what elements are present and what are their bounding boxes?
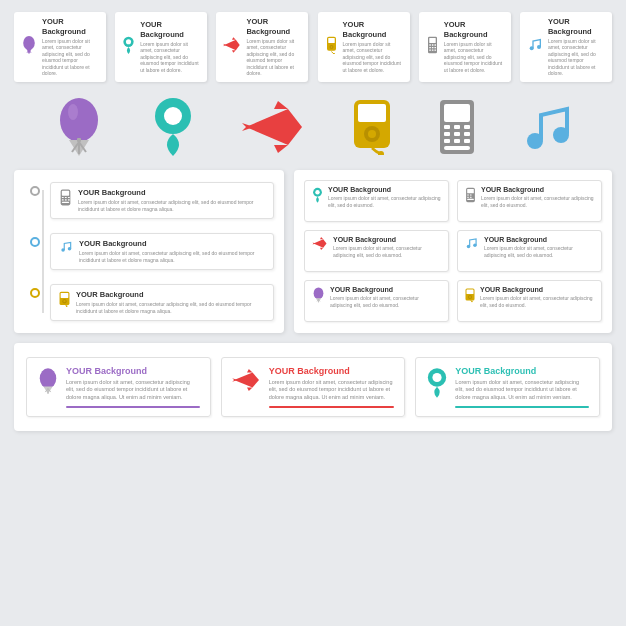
svg-point-89 bbox=[471, 301, 473, 303]
svg-rect-15 bbox=[432, 44, 434, 45]
svg-point-25 bbox=[60, 98, 98, 142]
plane-icon-grid bbox=[312, 237, 328, 253]
grid-card-1: YOUR Background Lorem ipsum dolor sit am… bbox=[304, 180, 449, 222]
timeline-item-3: YOUR Background Lorem ipsum dolor sit am… bbox=[30, 284, 274, 321]
svg-rect-77 bbox=[467, 198, 474, 199]
svg-rect-13 bbox=[429, 38, 435, 43]
top-card-5: YOUR Background Lorem ipsum dolor sit am… bbox=[419, 12, 511, 82]
top-card-1: YOUR Background Lorem ipsum dolor sit am… bbox=[14, 12, 106, 82]
svg-point-26 bbox=[68, 104, 78, 120]
phone-icon-timeline-1 bbox=[59, 189, 72, 209]
svg-rect-61 bbox=[62, 201, 69, 202]
svg-rect-14 bbox=[429, 44, 431, 45]
ipod-icon-timeline-1 bbox=[59, 291, 70, 310]
svg-rect-65 bbox=[61, 292, 69, 297]
svg-point-78 bbox=[467, 244, 471, 248]
svg-point-51 bbox=[527, 133, 543, 149]
timeline-box: YOUR Background Lorem ipsum dolor sit am… bbox=[14, 170, 284, 333]
ipod-icon-grid bbox=[465, 287, 475, 306]
grid-card-5: YOUR Background Lorem ipsum dolor sit am… bbox=[304, 280, 449, 322]
top-card-1-text: YOUR Background Lorem ipsum dolor sit am… bbox=[42, 17, 99, 77]
bottom-card-2-content: YOUR Background Lorem ipsum dolor sit am… bbox=[269, 366, 395, 408]
timeline-card-1-content: YOUR Background Lorem ipsum dolor sit am… bbox=[78, 188, 265, 213]
svg-rect-19 bbox=[434, 47, 436, 48]
plane-icon-small-1 bbox=[223, 37, 241, 57]
timeline-card-3-content: YOUR Background Lorem ipsum dolor sit am… bbox=[76, 290, 265, 315]
grid-card-5-content: YOUR Background Lorem ipsum dolor sit am… bbox=[330, 286, 441, 309]
svg-rect-8 bbox=[328, 38, 334, 43]
top-card-3: YOUR Background Lorem ipsum dolor sit am… bbox=[216, 12, 308, 82]
bottom-card-3-content: YOUR Background Lorem ipsum dolor sit am… bbox=[455, 366, 589, 408]
timeline-card-1: YOUR Background Lorem ipsum dolor sit am… bbox=[50, 182, 274, 219]
pin-icon-large bbox=[151, 98, 195, 156]
svg-point-80 bbox=[314, 288, 324, 300]
timeline-dot-3 bbox=[30, 288, 40, 298]
phone-icon-grid bbox=[465, 187, 476, 206]
grid-box: YOUR Background Lorem ipsum dolor sit am… bbox=[294, 170, 612, 333]
ipod-icon-large bbox=[353, 99, 391, 155]
timeline-card-2: YOUR Background Lorem ipsum dolor sit am… bbox=[50, 233, 274, 270]
phone-icon-large bbox=[438, 99, 476, 155]
svg-rect-72 bbox=[467, 188, 474, 192]
svg-rect-50 bbox=[444, 146, 470, 150]
svg-rect-86 bbox=[467, 290, 474, 295]
music-icon-timeline-1 bbox=[59, 240, 73, 257]
grid-card-2: YOUR Background Lorem ipsum dolor sit am… bbox=[457, 180, 602, 222]
timeline-dot-1 bbox=[30, 186, 40, 196]
top-card-2-text: YOUR Background Lorem ipsum dolor sit am… bbox=[140, 20, 200, 73]
balloon-icon-large bbox=[54, 98, 104, 156]
icons-row bbox=[0, 90, 626, 166]
svg-point-90 bbox=[40, 368, 57, 388]
svg-rect-59 bbox=[65, 199, 67, 200]
svg-rect-20 bbox=[429, 49, 431, 50]
pin-icon-grid bbox=[312, 187, 323, 206]
svg-point-38 bbox=[378, 151, 384, 155]
svg-rect-41 bbox=[444, 125, 450, 129]
svg-point-23 bbox=[530, 46, 534, 50]
top-card-4: YOUR Background Lorem ipsum dolor sit am… bbox=[318, 12, 410, 82]
svg-rect-74 bbox=[470, 194, 472, 195]
bottom-card-2: YOUR Background Lorem ipsum dolor sit am… bbox=[221, 357, 406, 417]
svg-rect-22 bbox=[434, 49, 436, 50]
top-card-3-text: YOUR Background Lorem ipsum dolor sit am… bbox=[246, 17, 301, 77]
svg-rect-42 bbox=[454, 125, 460, 129]
grid-card-1-content: YOUR Background Lorem ipsum dolor sit am… bbox=[328, 186, 441, 209]
music-icon-grid bbox=[465, 237, 479, 253]
svg-point-52 bbox=[553, 127, 569, 143]
svg-point-70 bbox=[315, 190, 319, 194]
grid-card-3-content: YOUR Background Lorem ipsum dolor sit am… bbox=[333, 236, 441, 259]
svg-point-0 bbox=[23, 36, 35, 50]
pin-icon-bottom bbox=[426, 368, 448, 403]
top-card-4-text: YOUR Background Lorem ipsum dolor sit am… bbox=[343, 20, 403, 73]
svg-rect-16 bbox=[434, 44, 436, 45]
plane-icon-large bbox=[242, 101, 306, 153]
svg-rect-58 bbox=[62, 199, 64, 200]
svg-point-88 bbox=[469, 296, 471, 298]
bottom-card-1-content: YOUR Background Lorem ipsum dolor sit am… bbox=[66, 366, 200, 408]
grid-card-2-content: YOUR Background Lorem ipsum dolor sit am… bbox=[481, 186, 594, 209]
timeline-item-1: YOUR Background Lorem ipsum dolor sit am… bbox=[30, 182, 274, 219]
svg-point-79 bbox=[473, 243, 477, 247]
svg-point-62 bbox=[61, 248, 65, 252]
bottom-section: YOUR Background Lorem ipsum dolor sit am… bbox=[14, 343, 612, 431]
balloon-icon-grid bbox=[312, 287, 325, 307]
timeline-dot-2 bbox=[30, 237, 40, 247]
svg-rect-43 bbox=[464, 125, 470, 129]
svg-rect-35 bbox=[358, 104, 386, 122]
svg-point-6 bbox=[126, 39, 131, 44]
svg-rect-57 bbox=[68, 196, 70, 197]
grid-card-3: YOUR Background Lorem ipsum dolor sit am… bbox=[304, 230, 449, 272]
plane-icon-bottom bbox=[232, 368, 262, 397]
svg-rect-40 bbox=[444, 104, 470, 122]
timeline-card-3: YOUR Background Lorem ipsum dolor sit am… bbox=[50, 284, 274, 321]
timeline-item-2: YOUR Background Lorem ipsum dolor sit am… bbox=[30, 233, 274, 270]
svg-point-37 bbox=[368, 130, 376, 138]
svg-rect-49 bbox=[464, 139, 470, 143]
svg-rect-73 bbox=[467, 194, 469, 195]
svg-rect-48 bbox=[454, 139, 460, 143]
music-icon-small-1 bbox=[527, 37, 543, 57]
balloon-icon-small-1 bbox=[21, 36, 37, 58]
svg-rect-18 bbox=[432, 47, 434, 48]
svg-rect-44 bbox=[444, 132, 450, 136]
svg-point-96 bbox=[433, 372, 442, 381]
